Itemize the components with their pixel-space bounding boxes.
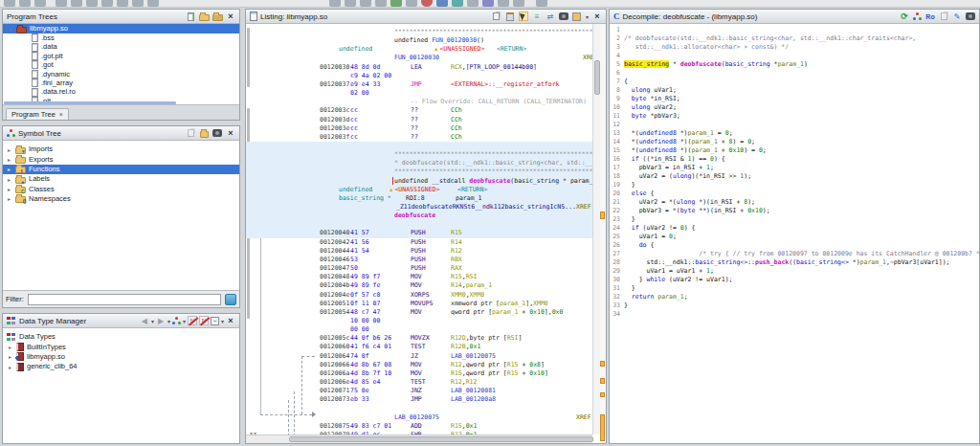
close-icon[interactable]: × xyxy=(226,128,235,138)
decompile-line[interactable]: 20 else { xyxy=(610,190,979,198)
toolbar-icon[interactable] xyxy=(452,0,463,7)
tree-item-section[interactable]: .bss xyxy=(3,33,239,42)
filter-options-icon[interactable] xyxy=(225,294,236,305)
tree-item-labels[interactable]: ▸ ● Labels xyxy=(3,174,239,184)
decompile-line[interactable]: 30 } while (uVar2 != uVar1); xyxy=(610,276,979,284)
listing-line[interactable]: 00120073eb 33JMPLAB_001200a8 xyxy=(246,395,592,404)
toolbar-icon[interactable] xyxy=(117,0,128,7)
toolbar-icon[interactable] xyxy=(482,0,494,7)
decompile-line[interactable]: 8 ulong uVar1; xyxy=(610,86,979,95)
listing-line[interactable]: basic_string *RDI:8param_1 xyxy=(246,194,592,203)
tree-item-generic-clib[interactable]: ▸ generic_clib_64 xyxy=(3,362,239,371)
listing-line[interactable]: 0012006e4d 85 e4TESTR12,R12 xyxy=(246,378,592,387)
tree-item-section[interactable]: .data.rel.ro xyxy=(3,87,239,96)
tab-close-icon[interactable]: × xyxy=(59,111,63,118)
toolbar-icon[interactable] xyxy=(101,0,113,7)
listing-line[interactable]: 0012004241 56PUSHR14 xyxy=(246,238,592,247)
new-tree-icon[interactable] xyxy=(186,11,195,21)
listing-line[interactable]: 0012003dcc??CCh xyxy=(246,116,592,124)
decompile-line[interactable]: 11 byte *pbVar3; xyxy=(610,112,979,121)
back-icon[interactable]: ◀ xyxy=(140,316,149,325)
decompile-line[interactable]: 25 uVar1 = 0; xyxy=(610,233,979,241)
close-icon[interactable]: × xyxy=(226,316,235,325)
listing-line[interactable]: 0012004041 57PUSHR15 xyxy=(246,229,592,237)
graph-icon[interactable] xyxy=(913,12,922,21)
decompile-line[interactable]: 10 ulong uVar2; xyxy=(610,103,979,112)
scrollbar-thumb[interactable] xyxy=(289,436,593,442)
toolbar-icon[interactable] xyxy=(4,0,15,7)
decompile-line[interactable]: 26 do { xyxy=(610,241,979,250)
decompile-line[interactable]: 1 xyxy=(610,26,979,34)
toolbar-icon[interactable] xyxy=(19,0,31,7)
decompile-line[interactable]: 6 xyxy=(610,69,979,78)
listing-line[interactable]: 0012007549 83 c7 01ADDR15,0x1 xyxy=(246,422,592,431)
snapshot-icon[interactable] xyxy=(966,11,975,21)
toolbar-icon[interactable] xyxy=(34,0,46,7)
decompile-line[interactable]: 22 pbVar3 = *(byte **)(in_RSI + 0x10); xyxy=(610,207,979,215)
listing-line[interactable]: 0012004750PUSHRAX xyxy=(246,264,592,273)
listing-line[interactable]: 0012003ccc??CCh xyxy=(246,106,592,115)
decompile-line[interactable]: 28 std::__ndk1::basic_string<>::push_bac… xyxy=(610,258,979,267)
toolbar-icon[interactable] xyxy=(390,0,402,7)
toolbar-icon[interactable] xyxy=(513,0,524,7)
toolbar-icon[interactable] xyxy=(375,0,387,7)
expand-icon[interactable]: ▸ xyxy=(6,166,12,172)
decompile-line[interactable]: 33} xyxy=(610,301,979,310)
listing-line[interactable]: 0012005448 c7 47MOVqword ptr [param_1 + … xyxy=(246,308,592,317)
tree-item-classes[interactable]: ▸ C Classes xyxy=(3,184,239,193)
tree-item-section[interactable]: .fini_array xyxy=(3,78,239,87)
edit-icon[interactable]: ✎ xyxy=(952,11,962,21)
snapshot-icon[interactable] xyxy=(212,128,222,138)
listing-line[interactable]: 00120037e9 e4 33JMP<EXTERNAL>::__registe… xyxy=(246,80,592,89)
associations-icon[interactable] xyxy=(172,317,181,325)
toolbar-icon[interactable] xyxy=(86,0,98,7)
tree-item-exports[interactable]: ▸ Exports xyxy=(3,154,239,164)
listing-line[interactable]: LAB_00120075XREF[ xyxy=(246,413,592,422)
expand-icon[interactable]: ▸ xyxy=(7,344,13,350)
expand-icon[interactable]: ▸ xyxy=(7,353,13,360)
expand-icon[interactable]: ▸ xyxy=(6,146,12,153)
tree-item-root[interactable]: ▾ libmyapp.so xyxy=(3,24,239,33)
expand-icon[interactable]: ▸ xyxy=(7,364,13,370)
listing-line[interactable]: 0012004441 54PUSHR12 xyxy=(246,247,592,256)
decompile-line[interactable]: 24 if (uVar2 != 0) { xyxy=(610,224,979,233)
expand-icon[interactable]: ▸ xyxy=(6,176,12,183)
tree-item-functions[interactable]: ▸ f Functions xyxy=(3,165,239,174)
listing-line[interactable]: deobfuscate xyxy=(246,212,592,220)
decompile-line[interactable]: 31 } xyxy=(610,284,979,293)
listing-line[interactable]: 0012006041 f6 c4 01TESTR12B,0x1 xyxy=(246,343,592,351)
filter-input[interactable] xyxy=(28,294,221,305)
refresh-icon[interactable]: ⟳ xyxy=(900,11,909,21)
cursor-tracking-icon[interactable] xyxy=(519,11,528,21)
decompile-line[interactable]: 17 pbVar3 = in_RSI + 1; xyxy=(610,164,979,172)
listing-line[interactable]: 0012004849 89 f7MOVR15,RSI xyxy=(246,273,592,281)
listing-line[interactable] xyxy=(246,220,592,229)
copy-icon[interactable] xyxy=(939,11,948,21)
bookmark-marker[interactable] xyxy=(600,392,605,397)
toolbar-icon[interactable] xyxy=(436,0,448,7)
listing-line[interactable] xyxy=(246,404,592,413)
decompile-line[interactable]: 9 byte *in_RSI; xyxy=(610,95,979,103)
listing-line[interactable]: -- Flow Override: CALL_RETURN (CALL_TERM… xyxy=(246,98,592,106)
listing-line[interactable]: * deobfuscate(std::__ndk1::basic_string<… xyxy=(246,159,592,167)
listing-line[interactable]: c9 4a 02 00 xyxy=(246,72,592,80)
listing-line[interactable]: undefined FUN_00120030() xyxy=(246,36,592,45)
listing-line[interactable] xyxy=(246,142,592,150)
decompile-line[interactable]: 12 xyxy=(610,121,979,129)
decompile-line[interactable]: 7{ xyxy=(610,78,979,86)
tree-item-imports[interactable]: ▸ ▾ Imports xyxy=(3,145,239,154)
copy-icon[interactable] xyxy=(492,11,501,21)
tab-program-tree[interactable]: Program Tree × xyxy=(6,108,69,120)
close-icon[interactable]: × xyxy=(226,11,235,21)
back-dropdown-icon[interactable]: ▾ xyxy=(151,318,154,324)
listing-line[interactable]: undefined▲<UNASSIGNED><RETURN> xyxy=(246,45,592,54)
decompile-line[interactable]: 23 } xyxy=(610,215,979,224)
filter-pointers-icon[interactable]: N xyxy=(199,316,209,325)
listing-line[interactable]: 0012005c44 0f b6 26MOVZXR12D,byte ptr [R… xyxy=(246,334,592,343)
toolbar-icon[interactable] xyxy=(329,0,341,7)
listing-line[interactable]: 0012003fcc??CCh xyxy=(246,133,592,142)
decompile-line[interactable]: 27 /* try { // try from 00120097 to 0012… xyxy=(610,250,979,258)
decompile-line[interactable]: 4 xyxy=(610,52,979,60)
expand-icon[interactable]: ▸ xyxy=(6,186,12,192)
listing-line[interactable]: _Z11deobfuscateRKNSt6__ndk112basic_strin… xyxy=(246,203,592,212)
